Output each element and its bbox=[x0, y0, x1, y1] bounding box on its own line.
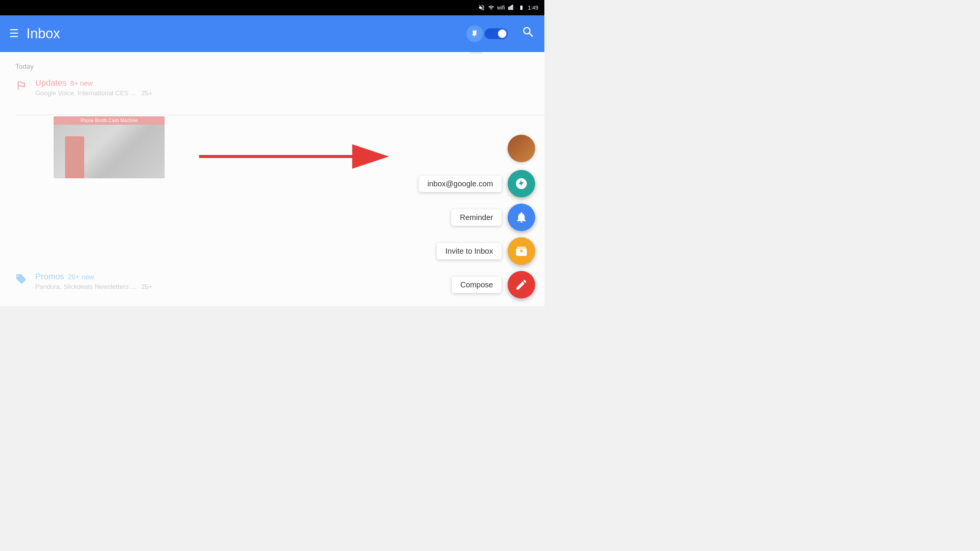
today-label: Today bbox=[15, 63, 34, 71]
clock: 1:49 bbox=[528, 5, 538, 11]
promos-title-row: Promos 26+ new bbox=[15, 272, 152, 282]
pin-icon bbox=[470, 29, 479, 38]
avatar-image bbox=[508, 135, 535, 162]
fab-label-reminder: Reminder bbox=[451, 209, 501, 226]
updates-divider bbox=[15, 115, 544, 115]
fab-item-invite[interactable]: Invite to Inbox bbox=[437, 237, 535, 265]
app-title: Inbox bbox=[26, 26, 459, 42]
invite-star-icon bbox=[515, 245, 528, 258]
promos-title: Promos bbox=[35, 272, 64, 281]
updates-title: Updates bbox=[35, 78, 67, 88]
app-bar: ☰ Inbox bbox=[0, 15, 544, 52]
fab-item-reminder[interactable]: Reminder bbox=[451, 204, 535, 231]
search-button[interactable] bbox=[521, 25, 535, 42]
fab-label-inbox: inbox@google.com bbox=[419, 176, 501, 192]
compose-edit-icon bbox=[515, 278, 528, 291]
main-content: Today Updates 8+ new Google Voice, Inter… bbox=[0, 52, 544, 306]
booth-decoration bbox=[65, 136, 84, 178]
network-type: wifi bbox=[497, 5, 505, 11]
image-card: Phone Booth Cash Machine bbox=[54, 116, 165, 178]
reminder-icon bbox=[515, 211, 528, 224]
mute-icon bbox=[478, 4, 485, 11]
image-card-header: Phone Booth Cash Machine bbox=[54, 116, 165, 125]
fab-item-inbox[interactable]: inbox@google.com bbox=[419, 170, 535, 197]
fab-label-compose: Compose bbox=[452, 277, 501, 293]
fab-btn-invite[interactable] bbox=[508, 237, 535, 265]
updates-section[interactable]: Updates 8+ new Google Voice, Internation… bbox=[15, 78, 152, 97]
fab-btn-reminder[interactable] bbox=[508, 204, 535, 231]
promos-icon bbox=[15, 273, 27, 287]
hamburger-icon[interactable]: ☰ bbox=[9, 28, 19, 39]
promos-new-count: 26+ new bbox=[66, 273, 94, 281]
battery-icon bbox=[517, 5, 526, 10]
status-icons: wifi 1:49 bbox=[478, 4, 538, 11]
fab-item-compose[interactable]: Compose bbox=[452, 271, 535, 298]
inbox-icon bbox=[515, 177, 528, 190]
fab-btn-inbox[interactable] bbox=[508, 170, 535, 197]
wifi-icon bbox=[487, 5, 495, 11]
toggle-thumb bbox=[498, 29, 506, 38]
pin-toggle-container[interactable] bbox=[466, 25, 508, 42]
toggle-switch[interactable] bbox=[485, 28, 508, 39]
updates-icon bbox=[15, 80, 27, 94]
image-card-body bbox=[54, 125, 165, 178]
updates-subtitle: Google Voice, International CES ... 25+ bbox=[35, 90, 152, 97]
status-bar: wifi 1:49 bbox=[0, 0, 544, 15]
promos-section[interactable]: Promos 26+ new Pandora, Slickdeals Newsl… bbox=[15, 272, 152, 291]
pin-icon-circle bbox=[466, 25, 483, 42]
fab-area: inbox@google.com Reminder Invite to Inbo… bbox=[419, 135, 535, 298]
promos-subtitle: Pandora, Slickdeals Newsletters ... 25+ bbox=[35, 283, 152, 291]
avatar bbox=[508, 135, 535, 162]
fab-btn-compose[interactable] bbox=[508, 271, 535, 298]
signal-icon bbox=[507, 5, 515, 11]
updates-title-row: Updates 8+ new bbox=[15, 78, 152, 88]
fab-label-invite: Invite to Inbox bbox=[437, 243, 501, 259]
updates-new-count: 8+ new bbox=[68, 80, 93, 87]
